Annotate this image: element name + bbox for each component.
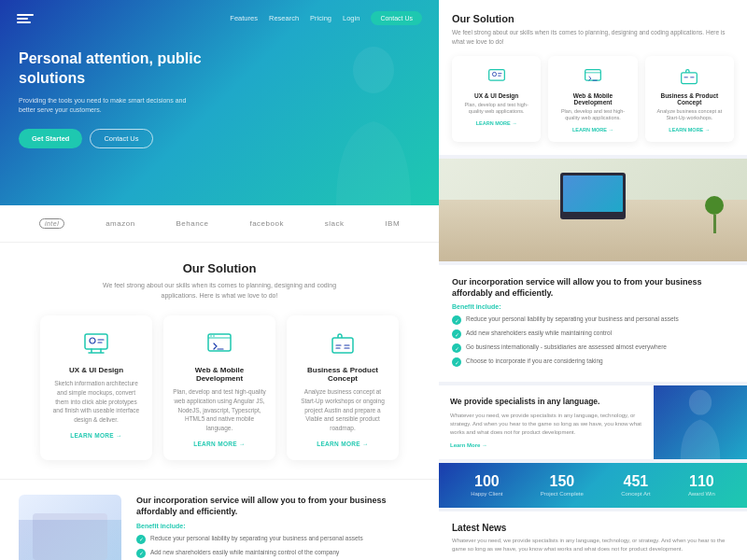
card-web-learn[interactable]: LEARN MORE → — [173, 441, 266, 447]
benefit-text-1: Reduce your personal liability by separa… — [150, 534, 363, 542]
nav-links: Features Research Pricing Login Contact … — [230, 11, 422, 25]
nav-login[interactable]: Login — [343, 14, 359, 22]
card-web-title: Web & Mobile Development — [173, 366, 266, 383]
right-check-item-3: ✓ Go business internationally - subsidia… — [452, 343, 734, 353]
hero-subtitle: Providing the tools you need to make sma… — [19, 96, 196, 116]
right-person-text: Whatever you need, we provide specialist… — [450, 412, 642, 437]
svg-point-8 — [492, 72, 496, 76]
ux-icon — [81, 329, 111, 358]
plant-leaves — [705, 196, 724, 215]
stat-project-label: Project Complete — [541, 491, 584, 497]
svg-point-4 — [210, 335, 212, 337]
card-ux-learn[interactable]: LEARN MORE → — [49, 432, 143, 439]
left-panel: Features Research Pricing Login Contact … — [0, 0, 439, 560]
right-solution-section: Our Solution We feel strong about our sk… — [439, 0, 747, 155]
benefit-item-2: ✓ Add new shareholders easily while main… — [136, 548, 420, 558]
right-check-icon-2: ✓ — [452, 329, 461, 339]
incorporation-content: Our incorporation service will allow you… — [136, 495, 420, 560]
right-person-link[interactable]: Learn More → — [450, 442, 642, 448]
brand-intel: intel — [39, 218, 64, 229]
brand-ibm: IBM — [385, 219, 400, 228]
stat-happy-client: 100 Happy Client — [471, 474, 502, 497]
logo-line-3 — [17, 21, 31, 23]
benefit-item-1: ✓ Reduce your personal liability by sepa… — [136, 534, 420, 544]
card-business: Business & Product Concept Analyze busin… — [287, 315, 399, 460]
stat-concept: 451 Concept Art — [621, 474, 650, 497]
svg-point-11 — [689, 390, 712, 415]
hero-nav: Features Research Pricing Login Contact … — [0, 0, 439, 36]
contact-us-button[interactable]: Contact Us — [90, 129, 152, 148]
card-ux-title: UX & UI Design — [49, 366, 143, 374]
right-check-icon-1: ✓ — [452, 315, 461, 325]
stat-happy-number: 100 — [471, 474, 502, 489]
right-panel: Our Solution We feel strong about our sk… — [439, 0, 747, 560]
right-benefit-text-4: Choose to incorporate if you are conside… — [466, 357, 603, 365]
right-card-biz-learn[interactable]: LEARN MORE → — [652, 127, 727, 133]
incorp-img-overlay — [19, 520, 121, 560]
right-check-icon-4: ✓ — [452, 357, 461, 367]
nav-features[interactable]: Features — [230, 14, 258, 22]
card-ux-text: Sketch information architecture and simp… — [49, 379, 143, 425]
card-web-dev: Web & Mobile Development Plan, develop a… — [163, 315, 275, 460]
svg-point-5 — [213, 335, 215, 337]
card-biz-title: Business & Product Concept — [296, 366, 389, 383]
brand-facebook: facebook — [249, 219, 283, 228]
stat-happy-label: Happy Client — [471, 491, 502, 497]
right-check-item-2: ✓ Add new shareholders easily while main… — [452, 329, 734, 339]
incorporation-section: Our incorporation service will allow you… — [0, 479, 439, 560]
card-ux-design: UX & UI Design Sketch information archit… — [40, 315, 152, 460]
stat-award-number: 110 — [688, 474, 715, 489]
logo-line-1 — [17, 14, 34, 16]
incorporation-title: Our incorporation service will allow you… — [136, 495, 420, 518]
right-ux-icon — [486, 65, 508, 88]
right-person-photo — [654, 385, 747, 459]
web-icon — [204, 329, 234, 358]
right-card-ux-title: UX & UI Design — [458, 92, 534, 99]
plant-stem — [713, 215, 716, 233]
stat-award-label: Award Win — [688, 491, 715, 497]
check-icon-2: ✓ — [136, 549, 146, 558]
stats-bar: 100 Happy Client 150 Project Complete 45… — [439, 463, 747, 508]
page-wrapper: Features Research Pricing Login Contact … — [0, 0, 747, 560]
svg-rect-3 — [208, 334, 231, 351]
brands-section: intel amazon Behance facebook slack IBM — [0, 205, 439, 243]
right-solution-cards: UX & UI Design Plan, develop and test hi… — [452, 56, 734, 142]
right-benefit-label: Benefit include: — [452, 303, 734, 310]
brand-slack: slack — [325, 219, 345, 228]
card-biz-learn[interactable]: LEARN MORE → — [296, 441, 389, 447]
right-card-ux: UX & UI Design Plan, develop and test hi… — [452, 56, 541, 142]
hero-section: Features Research Pricing Login Contact … — [0, 0, 439, 205]
card-web-text: Plan, develop and test high-quality web … — [173, 387, 266, 433]
right-card-web-title: Web & Mobile Development — [555, 92, 630, 105]
nav-contact-button[interactable]: Contact Us — [371, 11, 422, 25]
logo-lines — [17, 14, 34, 23]
office-plant — [705, 201, 724, 233]
right-card-biz-text: Analyze business concept at Start-Up wor… — [652, 108, 727, 122]
brand-behance: Behance — [176, 219, 208, 228]
svg-rect-7 — [488, 69, 504, 80]
benefit-text-2: Add new shareholders easily while mainta… — [150, 548, 339, 556]
hero-content: Personal attention, public solutions Pro… — [0, 36, 439, 161]
solution-section: Our Solution We feel strong about our sk… — [0, 243, 439, 479]
right-benefit-text-3: Go business internationally - subsidiari… — [466, 343, 667, 351]
news-text: Whatever you need, we provide specialist… — [452, 537, 734, 553]
get-started-button[interactable]: Get Started — [19, 129, 82, 148]
right-card-ux-text: Plan, develop and test high-quality web … — [458, 102, 534, 116]
nav-pricing[interactable]: Pricing — [310, 14, 331, 22]
hero-buttons: Get Started Contact Us — [19, 129, 420, 148]
right-card-web: Web & Mobile Development Plan, develop a… — [548, 56, 637, 142]
office-monitor — [560, 173, 626, 219]
solution-cards: UX & UI Design Sketch information archit… — [19, 315, 420, 460]
svg-rect-1 — [85, 334, 107, 349]
svg-rect-9 — [585, 69, 601, 80]
nav-research[interactable]: Research — [269, 14, 299, 22]
benefit-label: Benefit include: — [136, 523, 420, 529]
right-benefit-text-2: Add new shareholders easily while mainta… — [466, 329, 612, 337]
right-person-title: We provide specialists in any language. — [450, 397, 642, 408]
right-card-web-learn[interactable]: LEARN MORE → — [555, 127, 630, 133]
stat-concept-label: Concept Art — [621, 491, 650, 497]
right-web-icon — [582, 65, 604, 88]
right-card-ux-learn[interactable]: LEARN MORE → — [458, 120, 534, 126]
right-card-biz-title: Business & Product Concept — [652, 92, 727, 105]
right-solution-title: Our Solution — [452, 13, 734, 24]
